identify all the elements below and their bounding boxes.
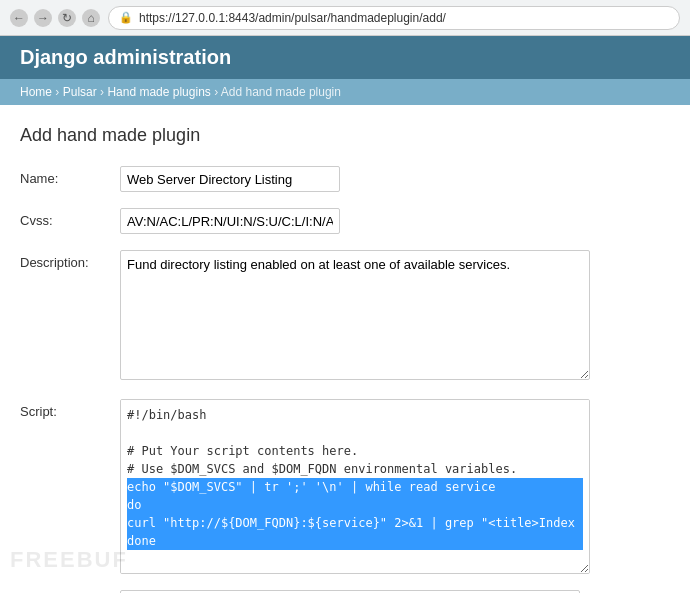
script-line: #!/bin/bash bbox=[127, 406, 583, 424]
script-field: #!/bin/bash # Put Your script contents h… bbox=[120, 399, 670, 574]
breadcrumb-current: Add hand made plugin bbox=[221, 85, 341, 99]
django-header: Django administration bbox=[0, 36, 690, 79]
script-line: do bbox=[127, 496, 583, 514]
back-button[interactable]: ← bbox=[10, 9, 28, 27]
description-row: Description: bbox=[20, 250, 670, 383]
browser-chrome: ← → ↻ ⌂ 🔒 https://127.0.0.1:8443/admin/p… bbox=[0, 0, 690, 36]
cvss-label: Cvss: bbox=[20, 208, 120, 228]
breadcrumb: Home › Pulsar › Hand made plugins › Add … bbox=[0, 79, 690, 105]
name-label: Name: bbox=[20, 166, 120, 186]
cvss-row: Cvss: bbox=[20, 208, 670, 234]
breadcrumb-home[interactable]: Home bbox=[20, 85, 52, 99]
forward-button[interactable]: → bbox=[34, 9, 52, 27]
script-line bbox=[127, 424, 583, 442]
lock-icon: 🔒 bbox=[119, 11, 133, 24]
cvss-input[interactable] bbox=[120, 208, 340, 234]
reload-button[interactable]: ↻ bbox=[58, 9, 76, 27]
page-title: Add hand made plugin bbox=[20, 125, 670, 146]
script-container[interactable]: #!/bin/bash # Put Your script contents h… bbox=[120, 399, 590, 574]
description-label: Description: bbox=[20, 250, 120, 270]
script-label: Script: bbox=[20, 399, 120, 419]
script-line: echo "$DOM_SVCS" | tr ';' '\n' | while r… bbox=[127, 478, 583, 496]
script-line: done bbox=[127, 532, 583, 550]
description-textarea[interactable] bbox=[120, 250, 590, 380]
browser-nav-buttons[interactable]: ← → ↻ ⌂ bbox=[10, 9, 100, 27]
home-button[interactable]: ⌂ bbox=[82, 9, 100, 27]
description-field bbox=[120, 250, 670, 383]
main-content: Add hand made plugin Name: Cvss: Descrip… bbox=[0, 105, 690, 593]
name-input[interactable] bbox=[120, 166, 340, 192]
url-text: https://127.0.0.1:8443/admin/pulsar/hand… bbox=[139, 11, 446, 25]
script-line: curl "http://${DOM_FQDN}:${service}" 2>&… bbox=[127, 514, 583, 532]
name-row: Name: bbox=[20, 166, 670, 192]
breadcrumb-pulsar[interactable]: Pulsar bbox=[63, 85, 97, 99]
script-line: # Put Your script contents here. bbox=[127, 442, 583, 460]
breadcrumb-plugins[interactable]: Hand made plugins bbox=[107, 85, 210, 99]
address-bar[interactable]: 🔒 https://127.0.0.1:8443/admin/pulsar/ha… bbox=[108, 6, 680, 30]
cvss-field bbox=[120, 208, 670, 234]
script-line: # Use $DOM_SVCS and $DOM_FQDN environmen… bbox=[127, 460, 583, 478]
script-row: Script: #!/bin/bash # Put Your script co… bbox=[20, 399, 670, 574]
name-field bbox=[120, 166, 670, 192]
django-admin-title: Django administration bbox=[20, 46, 231, 68]
